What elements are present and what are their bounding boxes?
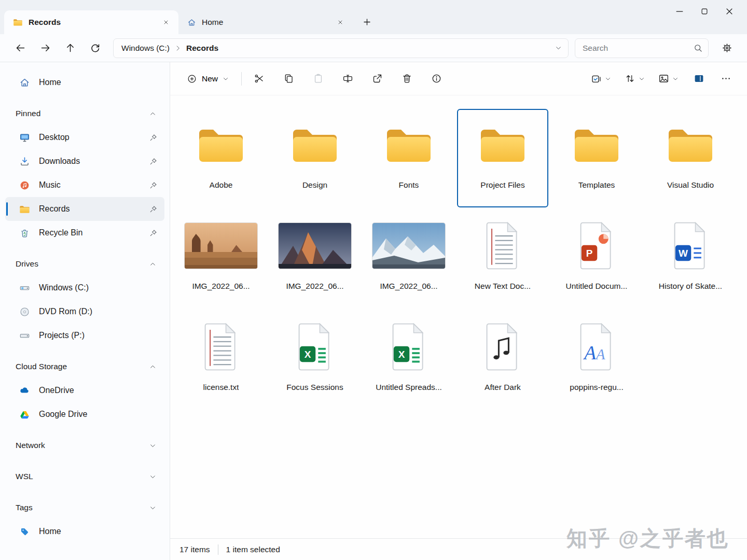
delete-button[interactable]: [396, 69, 418, 89]
grid-item-history-of-skate[interactable]: WHistory of Skate...: [645, 210, 736, 309]
close-button[interactable]: [717, 0, 742, 23]
sidebar-section-pinned[interactable]: Pinned: [0, 102, 170, 125]
search-input[interactable]: [583, 44, 693, 53]
grid-item-project-files[interactable]: Project Files: [457, 109, 548, 207]
file-explorer-window: RecordsHome Windows (C:) Records HomePin…: [0, 0, 747, 560]
share-button[interactable]: [366, 69, 388, 89]
breadcrumb-drive[interactable]: Windows (C:): [121, 44, 170, 53]
address-bar[interactable]: Windows (C:) Records: [113, 38, 569, 58]
folder-icon: [572, 114, 621, 175]
maximize-button[interactable]: [692, 0, 717, 23]
new-button[interactable]: New: [181, 69, 235, 89]
grid-item-label: Visual Studio: [667, 180, 714, 190]
sidebar-section-cloud-storage[interactable]: Cloud Storage: [0, 355, 170, 379]
home-icon: [187, 18, 196, 27]
more-button[interactable]: [715, 69, 737, 89]
navigation-bar: Windows (C:) Records: [0, 34, 747, 62]
item-count: 17 items: [179, 545, 210, 554]
copy-button[interactable]: [278, 69, 299, 89]
sidebar-item-music[interactable]: Music: [5, 173, 164, 197]
select-all-icon: [591, 73, 602, 84]
tab-close-icon[interactable]: [333, 15, 348, 30]
paste-button[interactable]: [307, 69, 329, 89]
tab-records[interactable]: Records: [4, 10, 178, 34]
grid-item-visual-studio[interactable]: Visual Studio: [645, 109, 736, 207]
onedrive-icon: [18, 385, 31, 396]
settings-button[interactable]: [715, 38, 739, 58]
sidebar-item-home[interactable]: Home: [5, 71, 164, 94]
sidebar-item-recycle-bin[interactable]: Recycle Bin: [5, 221, 164, 245]
back-arrow-icon: [15, 43, 26, 53]
grid-item-design[interactable]: Design: [269, 109, 361, 207]
new-tab-button[interactable]: [357, 12, 377, 32]
refresh-button[interactable]: [83, 38, 107, 58]
search-icon: [693, 43, 703, 53]
grid-item-adobe[interactable]: Adobe: [175, 109, 267, 207]
chevron-up-icon: [149, 363, 156, 370]
tab-bar: RecordsHome: [0, 0, 747, 34]
music-icon: [18, 180, 31, 191]
refresh-icon: [90, 43, 101, 53]
sidebar-item-windows-c[interactable]: Windows (C:): [5, 276, 164, 300]
grid-item-img-2022-06[interactable]: IMG_2022_06...: [269, 210, 361, 309]
grid-item-untitled-spreads[interactable]: XUntitled Spreads...: [363, 311, 454, 410]
sidebar-item-projects-p[interactable]: Projects (P:): [5, 324, 164, 347]
grid-item-label: Adobe: [210, 180, 233, 190]
grid-item-img-2022-06[interactable]: IMG_2022_06...: [363, 210, 454, 309]
sidebar-item-label: Windows (C:): [39, 283, 158, 292]
details-pane-icon: [694, 73, 704, 84]
grid-item-templates[interactable]: Templates: [551, 109, 642, 207]
sidebar-item-label: Recycle Bin: [39, 228, 140, 237]
powerpoint-file-icon: P: [577, 215, 616, 276]
maximize-icon: [700, 7, 709, 16]
grid-item-new-text-doc[interactable]: New Text Doc...: [457, 210, 548, 309]
sort-button[interactable]: [620, 69, 649, 89]
drive-windows-icon: [18, 283, 31, 293]
rename-button[interactable]: [337, 69, 358, 89]
sidebar-item-google-drive[interactable]: Google Drive: [5, 402, 164, 426]
details-pane-button[interactable]: [688, 69, 710, 89]
tag-icon: [18, 526, 31, 537]
view-button[interactable]: [654, 69, 683, 89]
sidebar-section-network[interactable]: Network: [0, 433, 170, 457]
section-label: Cloud Storage: [16, 362, 149, 371]
grid-item-focus-sessions[interactable]: XFocus Sessions: [269, 311, 361, 410]
chevron-down-icon: [149, 442, 156, 449]
grid-item-label: IMG_2022_06...: [286, 282, 343, 291]
cut-button[interactable]: [248, 69, 270, 89]
sidebar-section-wsl[interactable]: WSL: [0, 465, 170, 488]
tab-close-icon[interactable]: [159, 15, 173, 30]
sidebar-item-onedrive[interactable]: OneDrive: [5, 379, 164, 402]
info-button[interactable]: [425, 69, 447, 89]
sidebar-item-dvd-rom-d[interactable]: DVD Rom (D:): [5, 300, 164, 324]
grid-item-label: New Text Doc...: [475, 282, 531, 291]
grid-item-after-dark[interactable]: After Dark: [457, 311, 548, 410]
pin-icon: [148, 133, 158, 142]
grid-item-img-2022-06[interactable]: IMG_2022_06...: [175, 210, 267, 309]
grid-item-license-txt[interactable]: license.txt: [175, 311, 267, 410]
sidebar-item-home[interactable]: Home: [5, 520, 164, 543]
sidebar-item-desktop[interactable]: Desktop: [5, 125, 164, 149]
folder-icon: [478, 114, 528, 175]
minimize-button[interactable]: [667, 0, 692, 23]
sidebar-section-tags[interactable]: Tags: [0, 496, 170, 520]
sidebar-item-downloads[interactable]: Downloads: [5, 149, 164, 173]
up-button[interactable]: [58, 38, 82, 58]
sidebar-item-label: Music: [39, 180, 140, 190]
tab-home[interactable]: Home: [178, 10, 353, 34]
select-all-button[interactable]: [587, 69, 615, 89]
sidebar-item-records[interactable]: Records: [5, 197, 164, 221]
sidebar-item-label: OneDrive: [39, 386, 158, 395]
grid-item-untitled-docum[interactable]: PUntitled Docum...: [551, 210, 642, 309]
breadcrumb-folder[interactable]: Records: [186, 44, 218, 53]
grid-item-fonts[interactable]: Fonts: [363, 109, 454, 207]
back-button[interactable]: [8, 38, 32, 58]
recycle-icon: [18, 228, 31, 239]
address-dropdown-chevron-icon[interactable]: [555, 45, 562, 51]
more-icon: [721, 73, 731, 84]
grid-item-poppins-regu[interactable]: AApoppins-regu...: [551, 311, 642, 410]
search-box[interactable]: [575, 38, 709, 58]
info-icon: [431, 73, 442, 84]
forward-button[interactable]: [33, 38, 57, 58]
sidebar-section-drives[interactable]: Drives: [0, 252, 170, 276]
